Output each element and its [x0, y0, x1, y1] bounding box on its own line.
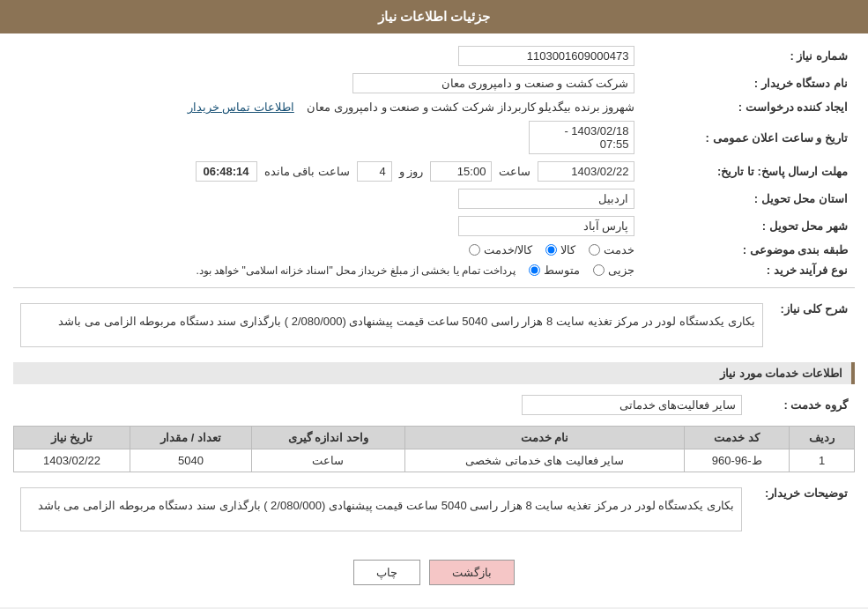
deadline-row: مهلت ارسال پاسخ: تا تاریخ: 1403/02/22 سا… — [13, 158, 855, 185]
service-radio[interactable] — [589, 244, 600, 256]
buyer-value: شرکت کشت و صنعت و دامپروری معان — [13, 70, 642, 97]
category-radio-group: خدمت کالا کالا/خدمت — [20, 243, 634, 256]
description-table: شرح کلی نیاز: بکاری یکدستگاه لودر در مرک… — [13, 295, 855, 355]
services-table-body: 1 ط-96-960 سایر فعالیت های خدماتی شخصی س… — [14, 449, 855, 472]
page-title: جزئیات اطلاعات نیاز — [378, 9, 490, 24]
category-row: طبقه بندی موضوعی : خدمت کالا کالا/خدمت — [13, 240, 855, 260]
category-option-both[interactable]: کالا/خدمت — [469, 243, 533, 256]
col-date: تاریخ نیاز — [14, 427, 130, 449]
medium-radio[interactable] — [529, 264, 540, 276]
buyer-label: نام دستگاه خریدار : — [642, 70, 855, 97]
cell-date: 1403/02/22 — [14, 449, 130, 472]
deadline-days-label: روز و — [399, 165, 424, 178]
col-qty: تعداد / مقدار — [130, 427, 251, 449]
countdown-field: 06:48:14 — [196, 161, 257, 182]
category-option-service[interactable]: خدمت — [589, 243, 634, 256]
need-number-value: 1103001609000473 — [13, 42, 642, 70]
col-unit: واحد اندازه گیری — [251, 427, 404, 449]
city-row: شهر محل تحویل : پارس آباد — [13, 212, 855, 240]
cell-qty: 5040 — [130, 449, 251, 472]
both-label: کالا/خدمت — [484, 243, 533, 256]
table-row: 1 ط-96-960 سایر فعالیت های خدماتی شخصی س… — [14, 449, 855, 472]
countdown-label: ساعت باقی مانده — [264, 165, 350, 178]
deadline-label: مهلت ارسال پاسخ: تا تاریخ: — [642, 158, 855, 185]
cell-row-num: 1 — [790, 449, 855, 472]
announce-label: تاریخ و ساعت اعلان عمومی : — [642, 117, 855, 158]
process-flex: جزیی متوسط پرداخت تمام یا بخشی از مبلغ خ… — [20, 264, 634, 277]
creator-row: ایجاد کننده درخواست : شهروز برنده بیگدیل… — [13, 97, 855, 117]
buyer-notes-label: توضیحات خریدار: — [749, 479, 855, 539]
service-label: خدمت — [604, 243, 634, 256]
services-table: ردیف کد خدمت نام خدمت واحد اندازه گیری ت… — [13, 426, 855, 472]
province-value: اردبیل — [13, 185, 642, 212]
need-number-row: شماره نیاز : 1103001609000473 — [13, 42, 855, 70]
deadline-row-flex: 1403/02/22 ساعت 15:00 روز و 4 ساعت باقی … — [20, 161, 634, 182]
cell-name: سایر فعالیت های خدماتی شخصی — [404, 449, 684, 472]
cell-unit: ساعت — [251, 449, 404, 472]
deadline-value: 1403/02/22 ساعت 15:00 روز و 4 ساعت باقی … — [13, 158, 642, 185]
buyer-notes-table: توضیحات خریدار: بکاری یکدستگاه لودر در م… — [13, 479, 855, 539]
info-table: شماره نیاز : 1103001609000473 نام دستگاه… — [13, 42, 855, 280]
need-number-field[interactable]: 1103001609000473 — [458, 46, 634, 66]
small-label: جزیی — [608, 264, 634, 277]
services-header-row: ردیف کد خدمت نام خدمت واحد اندازه گیری ت… — [14, 427, 855, 449]
col-row-num: ردیف — [790, 427, 855, 449]
creator-label: ایجاد کننده درخواست : — [642, 97, 855, 117]
goods-radio[interactable] — [545, 244, 557, 256]
city-value: پارس آباد — [13, 212, 642, 240]
announce-date-field[interactable]: 1403/02/18 - 07:55 — [529, 121, 634, 154]
service-group-row: گروه خدمت : سایر فعالیت‌های خدماتی — [13, 391, 855, 419]
deadline-date-field[interactable]: 1403/02/22 — [538, 161, 634, 182]
creator-value: شهروز برنده بیگدیلو کاربرداز شرکت کشت و … — [13, 97, 642, 117]
cell-code: ط-96-960 — [685, 449, 790, 472]
announce-value: 1403/02/18 - 07:55 — [13, 117, 642, 158]
goods-label: کالا — [560, 243, 575, 256]
province-row: استان محل تحویل : اردبیل — [13, 185, 855, 212]
both-radio[interactable] — [469, 244, 480, 256]
service-group-label: گروه خدمت : — [749, 391, 855, 419]
page-container: جزئیات اطلاعات نیاز شماره نیاز : 1103001… — [0, 0, 868, 607]
main-content: شماره نیاز : 1103001609000473 نام دستگاه… — [0, 33, 868, 607]
buyer-field[interactable]: شرکت کشت و صنعت و دامپروری معان — [352, 73, 634, 93]
back-button[interactable]: بازگشت — [429, 560, 515, 585]
deadline-time-label: ساعت — [499, 165, 530, 178]
small-radio[interactable] — [593, 264, 605, 276]
need-number-label: شماره نیاز : — [642, 42, 855, 70]
buyer-row: نام دستگاه خریدار : شرکت کشت و صنعت و دا… — [13, 70, 855, 97]
buyer-notes-value: بکاری یکدستگاه لودر در مرکز تغذیه سایت 8… — [13, 479, 749, 539]
description-label: شرح کلی نیاز: — [770, 295, 855, 355]
col-code: کد خدمت — [685, 427, 790, 449]
city-label: شهر محل تحویل : — [642, 212, 855, 240]
creator-contact-link[interactable]: اطلاعات تماس خریدار — [188, 100, 294, 114]
process-value: جزیی متوسط پرداخت تمام یا بخشی از مبلغ خ… — [13, 260, 642, 280]
process-radio-group: جزیی متوسط — [529, 264, 634, 277]
city-field[interactable]: پارس آباد — [458, 216, 634, 236]
process-note: پرداخت تمام یا بخشی از مبلغ خریداز محل "… — [197, 264, 516, 277]
medium-label: متوسط — [544, 264, 580, 277]
description-field[interactable]: بکاری یکدستگاه لودر در مرکز تغذیه سایت 8… — [20, 303, 763, 347]
service-group-table: گروه خدمت : سایر فعالیت‌های خدماتی — [13, 391, 855, 419]
services-section-title: اطلاعات خدمات مورد نیاز — [13, 362, 855, 384]
province-field[interactable]: اردبیل — [458, 189, 634, 209]
province-label: استان محل تحویل : — [642, 185, 855, 212]
category-label: طبقه بندی موضوعی : — [642, 240, 855, 260]
process-option-medium[interactable]: متوسط — [529, 264, 580, 277]
print-button[interactable]: چاپ — [353, 560, 420, 585]
page-header: جزئیات اطلاعات نیاز — [0, 0, 868, 33]
button-row: بازگشت چاپ — [13, 546, 855, 598]
services-table-head: ردیف کد خدمت نام خدمت واحد اندازه گیری ت… — [14, 427, 855, 449]
description-row: شرح کلی نیاز: بکاری یکدستگاه لودر در مرک… — [13, 295, 855, 355]
service-group-value: سایر فعالیت‌های خدماتی — [13, 391, 749, 419]
col-name: نام خدمت — [404, 427, 684, 449]
buyer-notes-row: توضیحات خریدار: بکاری یکدستگاه لودر در م… — [13, 479, 855, 539]
category-option-goods[interactable]: کالا — [545, 243, 575, 256]
announce-row: تاریخ و ساعت اعلان عمومی : 1403/02/18 - … — [13, 117, 855, 158]
deadline-days-field[interactable]: 4 — [357, 161, 392, 182]
service-group-field[interactable]: سایر فعالیت‌های خدماتی — [522, 395, 742, 415]
deadline-time-field[interactable]: 15:00 — [430, 161, 492, 182]
creator-name: شهروز برنده بیگدیلو کاربرداز شرکت کشت و … — [307, 100, 634, 114]
divider1 — [13, 287, 855, 288]
buyer-notes-field[interactable]: بکاری یکدستگاه لودر در مرکز تغذیه سایت 8… — [20, 487, 742, 531]
process-row: نوع فرآیند خرید : جزیی متوسط — [13, 260, 855, 280]
process-option-small[interactable]: جزیی — [593, 264, 634, 277]
